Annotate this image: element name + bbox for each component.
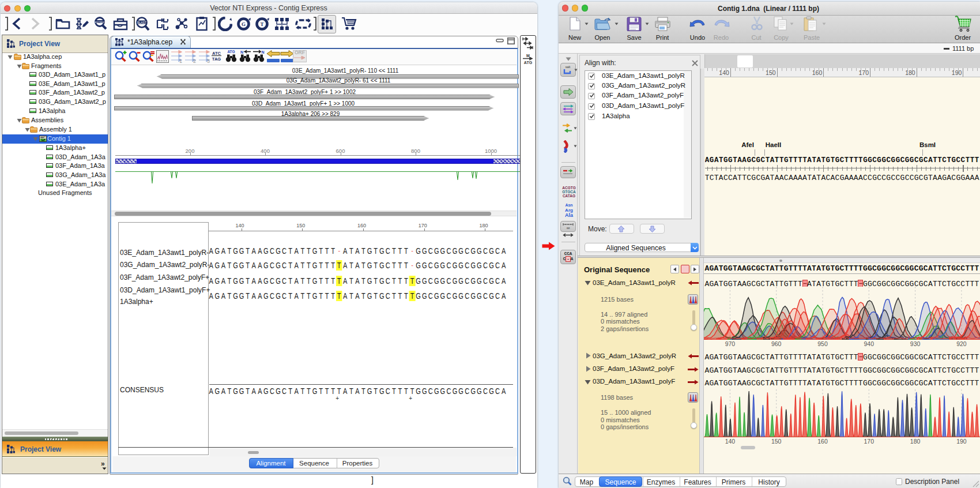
svg-text:2: 2 <box>193 58 196 63</box>
svg-text:G: G <box>242 21 246 27</box>
svg-text:ATG: ATG <box>524 61 533 65</box>
svg-text:ATG: ATG <box>227 50 235 54</box>
svg-text:BLAST: BLAST <box>137 21 146 24</box>
svg-text:TAG: TAG <box>212 57 221 62</box>
svg-text:1: 1 <box>179 58 182 63</box>
svg-text:∞: ∞ <box>567 226 570 230</box>
svg-text:3: 3 <box>207 58 210 63</box>
svg-text:ATC: ATC <box>212 50 221 55</box>
svg-text:N: N <box>262 50 265 54</box>
svg-text:T: T <box>260 21 263 27</box>
svg-text:M: M <box>526 54 530 58</box>
svg-text:ENTREZ: ENTREZ <box>95 21 105 24</box>
svg-text:N: N <box>240 50 243 54</box>
svg-text:salt: salt <box>566 65 571 69</box>
